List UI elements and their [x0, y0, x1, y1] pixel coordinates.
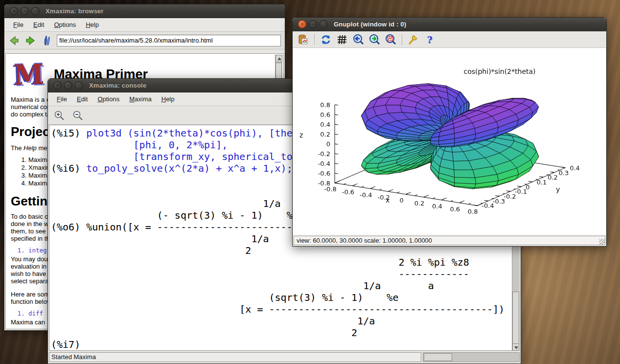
plot-canvas[interactable] [293, 48, 607, 235]
scroll-down-icon[interactable] [512, 343, 519, 351]
gnuplot-toolbar: ? [293, 31, 606, 48]
y-axis-label: y [556, 185, 560, 193]
browser-titlebar[interactable]: × − □ Xmaxima: browser [4, 4, 285, 18]
replot-icon[interactable] [320, 33, 332, 46]
forward-icon[interactable] [24, 35, 36, 46]
maximize-icon[interactable]: □ [320, 20, 328, 28]
console-statusbar: Started Maxima [48, 351, 521, 364]
gnuplot-titlebar[interactable]: × − □ Gnuplot (window id : 0) [293, 18, 606, 31]
menu-options[interactable]: Options [49, 19, 81, 31]
url-input[interactable]: file://usr/local/share/maxima/5.28.0/xma… [57, 35, 281, 46]
close-icon[interactable]: × [53, 81, 62, 90]
minimize-icon[interactable]: − [64, 81, 72, 90]
scrollbar-thumb[interactable] [512, 292, 519, 346]
window-gnuplot[interactable]: × − □ Gnuplot (window id : 0) ? [292, 17, 607, 247]
maxima-logo: M [10, 59, 47, 90]
settings-icon[interactable] [407, 33, 420, 46]
menu-maxima[interactable]: Maxima [124, 93, 157, 106]
view-scale-status: view: 60.0000, 30.0000 scale: 1.00000, 1… [294, 236, 605, 245]
status-text: Started Maxima [49, 352, 421, 362]
quill-icon[interactable] [41, 35, 52, 46]
gnuplot-window-title: Gnuplot (window id : 0) [334, 21, 406, 28]
plot-title: cos(phi)*sin(2*theta) [455, 68, 544, 75]
minimize-icon[interactable]: − [309, 20, 317, 28]
x-axis-label: x [386, 196, 390, 204]
close-icon[interactable]: × [298, 20, 306, 28]
browser-navbar: file://usr/local/share/maxima/5.28.0/xma… [4, 32, 285, 49]
plot-area[interactable]: cos(phi)*sin(2*theta) z x y [293, 48, 606, 235]
toolbar-separator [402, 34, 402, 45]
browser-window-title: Xmaxima: browser [46, 7, 104, 15]
menu-edit[interactable]: Edit [72, 93, 92, 106]
help-icon[interactable]: ? [423, 33, 436, 46]
previous-zoom-icon[interactable] [352, 33, 365, 46]
toolbar-separator [314, 34, 315, 45]
close-icon[interactable]: × [10, 7, 18, 15]
scroll-up-icon[interactable] [276, 55, 282, 62]
resize-grip[interactable] [599, 239, 605, 245]
menu-help[interactable]: Help [81, 19, 104, 31]
maximize-icon[interactable]: □ [75, 81, 83, 90]
browser-menubar: File Edit Options Help [4, 18, 285, 32]
toggle-grid-icon[interactable] [336, 33, 348, 46]
zoom-in-icon[interactable] [53, 109, 66, 122]
zoom-out-icon[interactable] [71, 109, 84, 122]
apply-autoscale-icon[interactable] [384, 33, 397, 46]
menu-edit[interactable]: Edit [28, 19, 49, 31]
minimize-icon[interactable]: − [21, 7, 29, 15]
console-window-title: Xmaxima: console [89, 82, 146, 89]
menu-options[interactable]: Options [92, 93, 124, 106]
menu-file[interactable]: File [52, 93, 72, 106]
menu-help[interactable]: Help [157, 93, 180, 106]
z-axis-label: z [299, 131, 303, 139]
scrollbar-thumb[interactable] [424, 353, 452, 361]
copy-to-clipboard-icon[interactable] [297, 33, 309, 46]
next-zoom-icon[interactable] [368, 33, 381, 46]
gnuplot-statusbar: view: 60.0000, 30.0000 scale: 1.00000, 1… [293, 235, 606, 246]
console-horizontal-scrollbar[interactable] [423, 352, 520, 362]
maximize-icon[interactable]: □ [31, 7, 40, 15]
menu-file[interactable]: File [8, 19, 28, 31]
back-icon[interactable] [8, 35, 20, 46]
